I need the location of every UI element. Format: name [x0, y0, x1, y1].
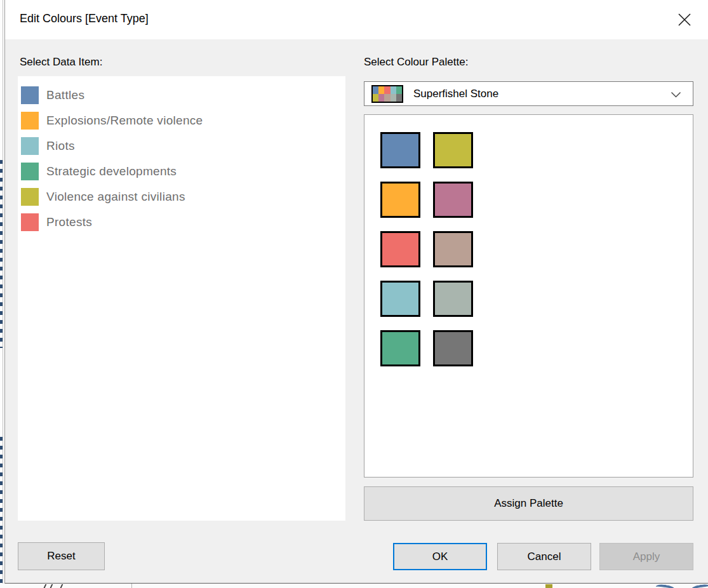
data-item-colour-swatch	[21, 112, 39, 130]
palette-colour-swatch[interactable]	[433, 231, 473, 267]
select-data-item-label: Select Data Item:	[20, 56, 102, 69]
palette-dropdown[interactable]: Superfishel Stone	[364, 81, 693, 106]
palette-colour-swatch[interactable]	[380, 182, 420, 218]
apply-button: Apply	[599, 543, 693, 570]
data-item-row[interactable]: Explosions/Remote violence	[18, 108, 345, 133]
data-item-row[interactable]: Riots	[18, 133, 345, 159]
palette-preview-cell	[396, 86, 402, 94]
data-item-colour-swatch	[21, 213, 39, 231]
data-item-colour-swatch	[21, 137, 39, 155]
palette-colour-swatch[interactable]	[380, 132, 420, 168]
palette-swatch-panel	[364, 114, 693, 478]
close-icon	[677, 12, 692, 27]
background-app-sliver-bottom	[0, 584, 708, 588]
palette-colour-swatch[interactable]	[380, 231, 420, 267]
palette-colour-swatch[interactable]	[433, 182, 473, 218]
background-chart-arc-fragment	[691, 583, 708, 588]
close-button[interactable]	[671, 7, 698, 32]
data-item-label: Protests	[46, 215, 92, 229]
background-divider-line	[131, 584, 132, 588]
dialog-title: Edit Colours [Event Type]	[20, 12, 149, 25]
palette-swatch-grid	[380, 132, 693, 366]
background-tick-fragment	[50, 584, 53, 588]
data-item-label: Explosions/Remote violence	[46, 114, 203, 128]
dialog-titlebar[interactable]: Edit Colours [Event Type]	[5, 0, 708, 39]
data-item-label: Riots	[46, 139, 75, 153]
palette-colour-swatch[interactable]	[380, 281, 420, 317]
palette-preview-cell	[378, 94, 384, 102]
palette-preview-cell	[396, 94, 402, 102]
palette-preview-cell	[373, 94, 378, 102]
palette-preview-cell	[384, 86, 390, 94]
palette-colour-swatch[interactable]	[433, 132, 473, 168]
palette-preview-cell	[391, 86, 396, 94]
palette-preview-cell	[384, 94, 390, 102]
assign-palette-button[interactable]: Assign Palette	[364, 486, 693, 521]
palette-preview-icon	[371, 85, 403, 103]
data-item-label: Strategic developments	[46, 164, 177, 178]
background-divider-line	[3, 0, 3, 588]
palette-name: Superfishel Stone	[413, 88, 498, 100]
cancel-button[interactable]: Cancel	[497, 543, 591, 570]
chevron-down-icon	[671, 91, 681, 98]
palette-colour-swatch[interactable]	[380, 330, 420, 366]
ok-button[interactable]: OK	[393, 543, 487, 570]
background-app-sliver-left	[0, 0, 4, 588]
data-item-label: Violence against civilians	[46, 190, 185, 204]
palette-preview-cell	[391, 94, 396, 102]
palette-preview-cell	[373, 86, 378, 94]
select-colour-palette-label: Select Colour Palette:	[364, 56, 468, 69]
reset-button[interactable]: Reset	[18, 542, 105, 570]
background-tick-fragment	[60, 584, 63, 588]
data-item-row[interactable]: Violence against civilians	[18, 184, 345, 210]
data-item-label: Battles	[46, 88, 84, 102]
data-item-row[interactable]: Protests	[18, 210, 345, 235]
background-tick-fragment	[44, 584, 47, 588]
data-item-row[interactable]: Strategic developments	[18, 159, 345, 184]
palette-colour-swatch[interactable]	[433, 330, 473, 366]
background-chart-line-fragment	[545, 584, 552, 588]
background-chart-arc-fragment	[656, 584, 675, 588]
data-item-colour-swatch	[21, 86, 39, 104]
data-item-row[interactable]: Battles	[18, 83, 345, 108]
data-item-colour-swatch	[21, 188, 39, 206]
palette-colour-swatch[interactable]	[433, 281, 473, 317]
data-item-list: BattlesExplosions/Remote violenceRiotsSt…	[18, 76, 345, 521]
data-item-colour-swatch	[21, 163, 39, 180]
palette-preview-cell	[378, 86, 384, 94]
edit-colours-dialog: Edit Colours [Event Type] Select Data It…	[4, 0, 708, 584]
